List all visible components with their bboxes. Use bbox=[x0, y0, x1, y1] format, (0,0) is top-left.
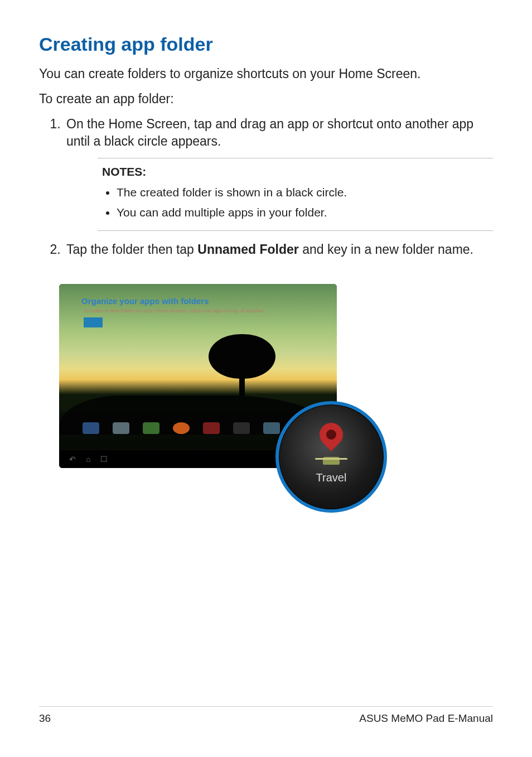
intro-text-1: You can create folders to organize short… bbox=[39, 65, 493, 83]
tip-title: Organize your apps with folders bbox=[81, 296, 209, 306]
step-2-pre: Tap the folder then tap bbox=[66, 242, 197, 257]
dock-app-6: · bbox=[233, 422, 250, 439]
folder-label: Travel bbox=[316, 471, 347, 484]
recent-icon: ☐ bbox=[100, 455, 108, 464]
illustration: Organize your apps with folders To make … bbox=[59, 284, 337, 468]
note-item-1: The created folder is shown in a black c… bbox=[117, 185, 489, 200]
intro-text-2: To create an app folder: bbox=[39, 90, 493, 108]
tip-subtitle: To make a new folder on your Home screen… bbox=[84, 307, 265, 314]
page-heading: Creating app folder bbox=[39, 33, 493, 55]
ok-button bbox=[84, 317, 103, 327]
wallpaper-tree bbox=[209, 334, 275, 401]
doc-title: ASUS MeMO Pad E-Manual bbox=[359, 712, 493, 725]
dock-app-1: · bbox=[83, 422, 99, 439]
dock-app-3: · bbox=[143, 422, 159, 439]
note-item-2: You can add multiple apps in your folder… bbox=[117, 205, 489, 220]
dock-app-7: · bbox=[263, 422, 280, 439]
dock-app-4: · bbox=[173, 422, 190, 439]
page-number: 36 bbox=[39, 712, 51, 725]
step-2-post: and key in a new folder name. bbox=[299, 242, 473, 257]
notes-label: NOTES: bbox=[102, 164, 489, 180]
steps-list: On the Home Screen, tap and drag an app … bbox=[39, 115, 493, 258]
dock-app-5: · bbox=[203, 422, 220, 439]
folder-circle: Travel bbox=[275, 401, 387, 513]
maps-pin-icon bbox=[315, 423, 347, 465]
step-1: On the Home Screen, tap and drag an app … bbox=[64, 115, 493, 150]
dock-app-2: · bbox=[113, 422, 129, 439]
notes-box: NOTES: The created folder is shown in a … bbox=[98, 158, 493, 231]
step-2: Tap the folder then tap Unnamed Folder a… bbox=[64, 241, 493, 258]
page-footer: 36 ASUS MeMO Pad E-Manual bbox=[39, 706, 493, 725]
home-icon: ⌂ bbox=[86, 455, 90, 464]
back-icon: ↶ bbox=[69, 455, 76, 464]
step-2-bold: Unnamed Folder bbox=[197, 242, 298, 257]
